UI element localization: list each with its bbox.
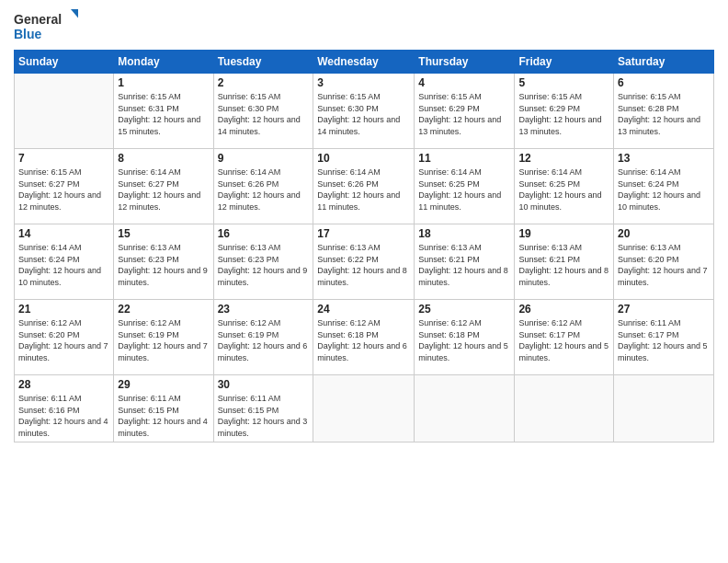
- calendar-cell: 6Sunrise: 6:15 AM Sunset: 6:28 PM Daylig…: [614, 74, 714, 149]
- day-info: Sunrise: 6:15 AM Sunset: 6:29 PM Dayligh…: [518, 91, 609, 137]
- weekday-wednesday: Wednesday: [313, 51, 415, 74]
- calendar-cell: 30Sunrise: 6:11 AM Sunset: 6:15 PM Dayli…: [213, 375, 313, 442]
- day-info: Sunrise: 6:11 AM Sunset: 6:16 PM Dayligh…: [18, 393, 109, 439]
- calendar-cell: 29Sunrise: 6:11 AM Sunset: 6:15 PM Dayli…: [114, 375, 213, 442]
- day-number: 18: [418, 227, 510, 240]
- calendar-cell: 21Sunrise: 6:12 AM Sunset: 6:20 PM Dayli…: [15, 300, 114, 375]
- day-info: Sunrise: 6:14 AM Sunset: 6:25 PM Dayligh…: [418, 167, 510, 213]
- day-number: 24: [317, 303, 410, 316]
- day-info: Sunrise: 6:13 AM Sunset: 6:22 PM Dayligh…: [317, 242, 410, 288]
- calendar-cell: 1Sunrise: 6:15 AM Sunset: 6:31 PM Daylig…: [114, 74, 213, 149]
- calendar-cell: [15, 74, 114, 149]
- day-info: Sunrise: 6:12 AM Sunset: 6:18 PM Dayligh…: [418, 317, 510, 363]
- svg-text:Blue: Blue: [14, 27, 42, 41]
- week-row-1: 1Sunrise: 6:15 AM Sunset: 6:31 PM Daylig…: [15, 74, 714, 149]
- day-number: 2: [218, 76, 310, 89]
- day-number: 20: [618, 227, 710, 240]
- day-number: 29: [118, 378, 209, 391]
- day-number: 25: [418, 303, 510, 316]
- svg-marker-2: [71, 9, 78, 20]
- day-number: 19: [518, 227, 609, 240]
- day-number: 30: [218, 378, 310, 391]
- day-number: 11: [418, 152, 510, 165]
- week-row-5: 28Sunrise: 6:11 AM Sunset: 6:16 PM Dayli…: [15, 375, 714, 442]
- calendar-cell: [614, 375, 714, 442]
- day-info: Sunrise: 6:12 AM Sunset: 6:20 PM Dayligh…: [18, 317, 109, 363]
- weekday-tuesday: Tuesday: [213, 51, 313, 74]
- weekday-sunday: Sunday: [15, 51, 114, 74]
- day-info: Sunrise: 6:13 AM Sunset: 6:23 PM Dayligh…: [118, 242, 209, 288]
- day-info: Sunrise: 6:13 AM Sunset: 6:21 PM Dayligh…: [418, 242, 510, 288]
- day-number: 16: [218, 227, 310, 240]
- day-number: 13: [618, 152, 710, 165]
- day-number: 28: [18, 378, 109, 391]
- day-info: Sunrise: 6:14 AM Sunset: 6:25 PM Dayligh…: [518, 167, 609, 213]
- week-row-3: 14Sunrise: 6:14 AM Sunset: 6:24 PM Dayli…: [15, 224, 714, 300]
- day-number: 21: [18, 303, 109, 316]
- day-info: Sunrise: 6:12 AM Sunset: 6:18 PM Dayligh…: [317, 317, 410, 363]
- day-number: 23: [218, 303, 310, 316]
- calendar-cell: 7Sunrise: 6:15 AM Sunset: 6:27 PM Daylig…: [15, 149, 114, 224]
- day-number: 14: [18, 227, 109, 240]
- day-info: Sunrise: 6:11 AM Sunset: 6:15 PM Dayligh…: [118, 393, 209, 439]
- logo: General Blue: [14, 9, 78, 44]
- weekday-saturday: Saturday: [614, 51, 714, 74]
- day-info: Sunrise: 6:13 AM Sunset: 6:23 PM Dayligh…: [218, 242, 310, 288]
- calendar-cell: 4Sunrise: 6:15 AM Sunset: 6:29 PM Daylig…: [415, 74, 515, 149]
- calendar-cell: 15Sunrise: 6:13 AM Sunset: 6:23 PM Dayli…: [114, 224, 213, 300]
- day-info: Sunrise: 6:14 AM Sunset: 6:24 PM Dayligh…: [618, 167, 710, 213]
- calendar-cell: 27Sunrise: 6:11 AM Sunset: 6:17 PM Dayli…: [614, 300, 714, 375]
- calendar-cell: 10Sunrise: 6:14 AM Sunset: 6:26 PM Dayli…: [313, 149, 415, 224]
- day-info: Sunrise: 6:14 AM Sunset: 6:27 PM Dayligh…: [118, 167, 209, 213]
- day-number: 9: [218, 152, 310, 165]
- calendar-cell: 16Sunrise: 6:13 AM Sunset: 6:23 PM Dayli…: [213, 224, 313, 300]
- calendar-cell: 22Sunrise: 6:12 AM Sunset: 6:19 PM Dayli…: [114, 300, 213, 375]
- page: General Blue SundayMondayTuesdayWednesda…: [0, 0, 728, 563]
- calendar-cell: 13Sunrise: 6:14 AM Sunset: 6:24 PM Dayli…: [614, 149, 714, 224]
- day-number: 6: [618, 76, 710, 89]
- day-number: 27: [618, 303, 710, 316]
- day-number: 10: [317, 152, 410, 165]
- calendar-cell: 18Sunrise: 6:13 AM Sunset: 6:21 PM Dayli…: [415, 224, 515, 300]
- day-number: 8: [118, 152, 209, 165]
- day-info: Sunrise: 6:15 AM Sunset: 6:30 PM Dayligh…: [317, 91, 410, 137]
- calendar-cell: 28Sunrise: 6:11 AM Sunset: 6:16 PM Dayli…: [15, 375, 114, 442]
- calendar-cell: 14Sunrise: 6:14 AM Sunset: 6:24 PM Dayli…: [15, 224, 114, 300]
- day-info: Sunrise: 6:15 AM Sunset: 6:31 PM Dayligh…: [118, 91, 209, 137]
- calendar-cell: 3Sunrise: 6:15 AM Sunset: 6:30 PM Daylig…: [313, 74, 415, 149]
- weekday-monday: Monday: [114, 51, 213, 74]
- calendar-cell: 2Sunrise: 6:15 AM Sunset: 6:30 PM Daylig…: [213, 74, 313, 149]
- day-info: Sunrise: 6:12 AM Sunset: 6:17 PM Dayligh…: [518, 317, 609, 363]
- day-info: Sunrise: 6:15 AM Sunset: 6:28 PM Dayligh…: [618, 91, 710, 137]
- calendar-cell: 19Sunrise: 6:13 AM Sunset: 6:21 PM Dayli…: [515, 224, 614, 300]
- day-number: 17: [317, 227, 410, 240]
- calendar-cell: 17Sunrise: 6:13 AM Sunset: 6:22 PM Dayli…: [313, 224, 415, 300]
- day-number: 5: [518, 76, 609, 89]
- day-info: Sunrise: 6:14 AM Sunset: 6:26 PM Dayligh…: [317, 167, 410, 213]
- day-info: Sunrise: 6:12 AM Sunset: 6:19 PM Dayligh…: [218, 317, 310, 363]
- day-info: Sunrise: 6:13 AM Sunset: 6:21 PM Dayligh…: [518, 242, 609, 288]
- calendar-cell: 8Sunrise: 6:14 AM Sunset: 6:27 PM Daylig…: [114, 149, 213, 224]
- calendar-cell: 12Sunrise: 6:14 AM Sunset: 6:25 PM Dayli…: [515, 149, 614, 224]
- svg-text:General: General: [14, 12, 62, 27]
- day-info: Sunrise: 6:12 AM Sunset: 6:19 PM Dayligh…: [118, 317, 209, 363]
- day-number: 22: [118, 303, 209, 316]
- calendar-cell: 20Sunrise: 6:13 AM Sunset: 6:20 PM Dayli…: [614, 224, 714, 300]
- calendar-cell: [515, 375, 614, 442]
- day-number: 15: [118, 227, 209, 240]
- day-info: Sunrise: 6:14 AM Sunset: 6:26 PM Dayligh…: [218, 167, 310, 213]
- week-row-2: 7Sunrise: 6:15 AM Sunset: 6:27 PM Daylig…: [15, 149, 714, 224]
- calendar-cell: 25Sunrise: 6:12 AM Sunset: 6:18 PM Dayli…: [415, 300, 515, 375]
- calendar-cell: [415, 375, 515, 442]
- day-number: 3: [317, 76, 410, 89]
- day-number: 1: [118, 76, 209, 89]
- calendar-cell: 11Sunrise: 6:14 AM Sunset: 6:25 PM Dayli…: [415, 149, 515, 224]
- day-info: Sunrise: 6:13 AM Sunset: 6:20 PM Dayligh…: [618, 242, 710, 288]
- logo-svg: General Blue: [14, 9, 78, 44]
- calendar-cell: [313, 375, 415, 442]
- calendar-cell: 9Sunrise: 6:14 AM Sunset: 6:26 PM Daylig…: [213, 149, 313, 224]
- day-number: 4: [418, 76, 510, 89]
- weekday-header-row: SundayMondayTuesdayWednesdayThursdayFrid…: [15, 51, 714, 74]
- day-info: Sunrise: 6:15 AM Sunset: 6:27 PM Dayligh…: [18, 167, 109, 213]
- day-info: Sunrise: 6:11 AM Sunset: 6:15 PM Dayligh…: [218, 393, 310, 439]
